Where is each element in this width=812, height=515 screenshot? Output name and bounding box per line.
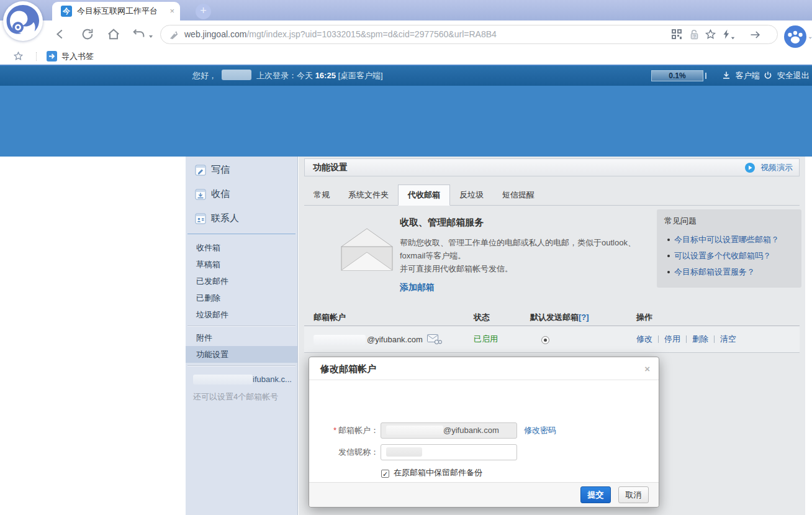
col-account: 邮箱帐户 bbox=[304, 312, 474, 323]
tab-antispam[interactable]: 反垃圾 bbox=[450, 185, 493, 205]
sidebar-contacts[interactable]: 联系人 bbox=[186, 206, 297, 230]
back-icon[interactable] bbox=[53, 27, 67, 41]
sidebar-attachments[interactable]: 附件 bbox=[186, 329, 297, 346]
account-paw-icon[interactable] bbox=[784, 25, 806, 48]
contacts-label: 联系人 bbox=[211, 212, 239, 224]
receive-label: 收信 bbox=[211, 188, 230, 200]
go-arrow-icon[interactable] bbox=[749, 29, 761, 40]
tab-sms-remind[interactable]: 短信提醒 bbox=[493, 185, 544, 205]
new-tab-button[interactable]: + bbox=[196, 4, 211, 19]
cancel-button[interactable]: 取消 bbox=[618, 486, 649, 503]
sidebar-folder-inbox[interactable]: 收件箱 bbox=[186, 239, 297, 256]
bookmark-divider bbox=[36, 52, 37, 61]
nickname-field[interactable] bbox=[381, 444, 517, 460]
modal-title: 修改邮箱帐户 bbox=[320, 357, 376, 380]
screen: 今 今目标互联网工作平台 × + web.jingoal.com/mgt/ind… bbox=[0, 0, 812, 515]
favorite-star-icon[interactable] bbox=[705, 29, 716, 40]
security-lock-icon[interactable]: ? bbox=[688, 29, 700, 40]
nickname-label-text: 发信昵称： bbox=[338, 447, 379, 457]
import-bookmarks-label[interactable]: 导入书签 bbox=[61, 48, 94, 65]
undo-dropdown-icon[interactable] bbox=[148, 31, 161, 45]
col-default-label: 默认发送邮箱 bbox=[530, 312, 579, 322]
nickname-field-label: 发信昵称： bbox=[309, 444, 379, 460]
tab-general[interactable]: 常规 bbox=[304, 185, 339, 205]
uc-swirl-icon bbox=[3, 1, 43, 41]
video-demo-label: 视频演示 bbox=[760, 163, 793, 172]
browser-tab[interactable]: 今 今目标互联网工作平台 × bbox=[52, 2, 180, 21]
status-badge: 已启用 bbox=[474, 334, 528, 345]
sidebar-folder-deleted[interactable]: 已删除 bbox=[186, 289, 297, 306]
email-field[interactable]: @yifubank.com bbox=[381, 422, 517, 439]
faq-link-2[interactable]: 可以设置多个代收邮箱吗？ bbox=[664, 248, 794, 264]
bullet-icon bbox=[667, 255, 670, 257]
video-demo-link[interactable]: 视频演示 bbox=[745, 159, 793, 176]
help-icon[interactable]: [?] bbox=[579, 312, 589, 322]
sidebar-folder-drafts[interactable]: 草稿箱 bbox=[186, 256, 297, 273]
section-title: 功能设置 bbox=[313, 162, 348, 172]
site-header: 易富 通 上海懿富实业有限公司 互联网+的方式推广你的产品 应用 荐 推荐 社区… bbox=[0, 86, 812, 157]
faq-link-3[interactable]: 今目标邮箱设置服务？ bbox=[664, 264, 794, 280]
change-password-link[interactable]: 修改密码 bbox=[524, 422, 556, 439]
action-clear[interactable]: 清空 bbox=[720, 334, 736, 344]
service-desc-3: 并可直接用代收邮箱帐号发信。 bbox=[400, 263, 513, 275]
faq-link-1[interactable]: 今目标中可以设置哪些邮箱？ bbox=[664, 232, 794, 248]
action-delete[interactable]: 删除 bbox=[692, 334, 708, 344]
service-desc-2: foxmail等客户端。 bbox=[400, 250, 466, 262]
bookmark-star-icon[interactable] bbox=[13, 51, 25, 63]
download-icon bbox=[722, 71, 731, 80]
address-bar[interactable]: web.jingoal.com/mgt/index.jsp?uid=103320… bbox=[160, 25, 778, 44]
faq-link-2-label: 可以设置多个代收邮箱吗？ bbox=[674, 251, 771, 260]
uc-browser-logo-icon[interactable] bbox=[3, 1, 43, 41]
tab-title: 今目标互联网工作平台 bbox=[77, 2, 158, 21]
tab-pop-mailbox-active[interactable]: 代收邮箱 bbox=[398, 185, 450, 206]
browser-toolbar: web.jingoal.com/mgt/index.jsp?uid=103320… bbox=[0, 21, 812, 48]
action-modify[interactable]: 修改 bbox=[636, 334, 652, 344]
add-mailbox-link[interactable]: 添加邮箱 bbox=[400, 282, 435, 293]
envelope-illustration bbox=[336, 224, 398, 276]
sidebar-folder-spam[interactable]: 垃圾邮件 bbox=[186, 306, 297, 323]
modal-header: 修改邮箱帐户 × bbox=[309, 357, 659, 380]
service-heading: 收取、管理邮箱服务 bbox=[400, 217, 484, 229]
home-icon[interactable] bbox=[107, 27, 120, 41]
faq-box: 常见问题 今目标中可以设置哪些邮箱？ 可以设置多个代收邮箱吗？ 今目标邮箱设置服… bbox=[657, 209, 801, 288]
rocket-icon bbox=[168, 29, 180, 41]
undo-icon[interactable] bbox=[132, 27, 146, 41]
tab-system-folders[interactable]: 系统文件夹 bbox=[339, 185, 398, 205]
site-topbar: 您好，上次登录：今天 16:25 [桌面客户端] 0.1% 客户端 安全退出 bbox=[0, 66, 812, 86]
modal-footer: 提交 取消 bbox=[309, 482, 659, 507]
table-row: @yifubank.com 已启用 修改停用删除清空 bbox=[304, 326, 800, 353]
tab-close-icon[interactable]: × bbox=[169, 2, 174, 21]
account-dropdown-icon[interactable]: ⌄ bbox=[808, 33, 812, 39]
play-icon bbox=[745, 163, 755, 173]
logout-link[interactable]: 安全退出 bbox=[764, 66, 810, 86]
client-label: 客户端 bbox=[736, 71, 760, 80]
keep-backup-option[interactable]: ✓在原邮箱中保留邮件备份 bbox=[381, 467, 482, 478]
cell-actions: 修改停用删除清空 bbox=[636, 334, 800, 345]
modal-close-icon[interactable]: × bbox=[644, 357, 650, 380]
action-disable[interactable]: 停用 bbox=[664, 334, 680, 344]
greeting-text: 您好，上次登录：今天 16:25 [桌面客户端] bbox=[192, 66, 383, 86]
sidebar-folder-sent[interactable]: 已发邮件 bbox=[186, 273, 297, 289]
submit-button[interactable]: 提交 bbox=[580, 486, 611, 503]
import-bookmarks-icon[interactable] bbox=[47, 51, 57, 62]
cell-account: @yifubank.com bbox=[304, 334, 474, 345]
default-send-radio[interactable] bbox=[541, 336, 549, 344]
qr-code-icon[interactable] bbox=[671, 29, 683, 40]
sidebar-receive[interactable]: 收信 bbox=[186, 182, 297, 206]
checkbox-checked-icon[interactable]: ✓ bbox=[381, 470, 389, 478]
reload-icon[interactable] bbox=[81, 27, 94, 41]
table-header-row: 邮箱帐户 状态 默认发送邮箱[?] 操作 bbox=[304, 309, 800, 326]
progress-tick bbox=[705, 73, 706, 79]
col-default-send: 默认发送邮箱[?] bbox=[528, 312, 636, 323]
sidebar-settings-selected[interactable]: 功能设置 bbox=[186, 346, 297, 363]
service-desc-1: 帮助您收取、管理工作单位的电邮或私人的电邮，类似于outlook、 bbox=[400, 237, 636, 248]
sidebar-compose[interactable]: 写信 bbox=[186, 158, 297, 182]
client-download-link[interactable]: 客户端 bbox=[722, 66, 760, 86]
sidebar-account[interactable]: ifubank.c... bbox=[186, 369, 297, 385]
email-suffix: @yifubank.com bbox=[367, 335, 423, 344]
url-text: web.jingoal.com/mgt/index.jsp?uid=103320… bbox=[184, 25, 497, 43]
redacted-account-email bbox=[193, 375, 253, 385]
action-separator bbox=[714, 335, 715, 343]
lightning-dropdown-icon[interactable] bbox=[730, 32, 742, 44]
email-field-label: *邮箱帐户： bbox=[309, 422, 379, 439]
